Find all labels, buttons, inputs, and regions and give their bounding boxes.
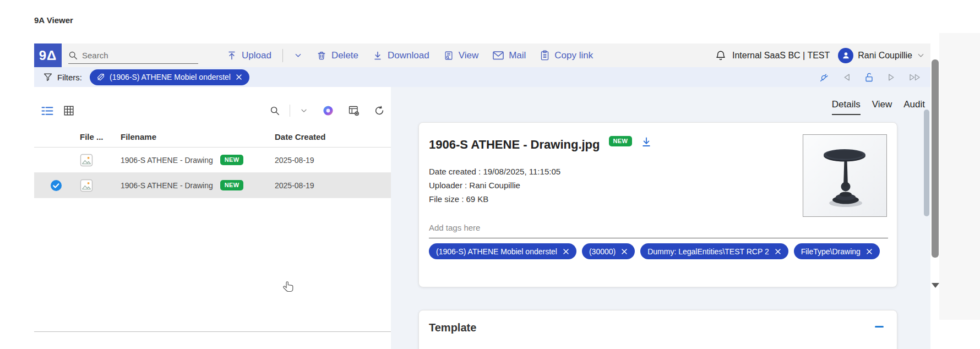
download-icon	[373, 51, 383, 61]
date-created-line: Date created : 19/08/2025, 11:15:05	[429, 165, 560, 178]
tag-pill[interactable]: FileType\Drawing	[794, 243, 880, 259]
uploader-line: Uploader : Rani Coupillie	[429, 178, 560, 192]
environment-label: Internal SaaS BC | TEST	[732, 51, 830, 61]
tag-remove-icon[interactable]	[866, 248, 873, 255]
tag-pill[interactable]: (30000)	[582, 243, 635, 259]
step-back-icon[interactable]	[843, 73, 851, 81]
account-menu[interactable]: Rani Coupillie	[838, 48, 925, 63]
list-panel-toolbar	[34, 103, 391, 118]
toolbar-actions: Upload Delete Download	[227, 49, 593, 62]
download-button[interactable]: Download	[373, 50, 429, 61]
unlock-icon[interactable]	[864, 72, 874, 83]
filter-bar: Filters: (1906-S) ATHENE Mobiel onderste…	[34, 67, 930, 87]
collapse-section-button[interactable]	[875, 326, 884, 328]
tag-icon	[97, 73, 105, 81]
new-badge: NEW	[220, 180, 244, 190]
column-header-file[interactable]: File ...	[80, 132, 121, 141]
file-size-line: File size : 69 KB	[429, 192, 560, 206]
notifications-bell-icon[interactable]	[716, 50, 726, 61]
toolbar-right: Internal SaaS BC | TEST Rani Coupillie	[716, 48, 925, 63]
account-chevron-down-icon	[917, 51, 925, 59]
tag-pill[interactable]: Dummy: LegalEntities\TEST RCP 2	[640, 243, 788, 259]
upload-button[interactable]: Upload	[227, 50, 271, 61]
tag-remove-icon[interactable]	[775, 248, 781, 255]
row-filename: 1906-S ATHENE - Drawing	[121, 156, 213, 165]
filter-chip[interactable]: (1906-S) ATHENE Mobiel onderstel	[90, 69, 249, 85]
tags-area: (1906-S) ATHENE Mobiel onderstel (30000)…	[429, 223, 888, 259]
app-logo[interactable]: 9Δ	[34, 43, 62, 67]
tab-details[interactable]: Details	[832, 99, 861, 115]
table-settings-icon[interactable]	[349, 105, 360, 116]
filter-funnel-icon	[43, 73, 52, 81]
row-selected-check-icon[interactable]	[50, 179, 62, 192]
file-list-panel: File ... Filename Date Created 1906-S AT…	[34, 87, 391, 332]
page-title: 9A Viewer	[34, 15, 73, 25]
right-gutter	[939, 33, 980, 320]
file-title: 1906-S ATHENE - Drawing.jpg	[429, 138, 600, 152]
row-date-created: 2025-08-19	[275, 156, 391, 165]
filters-label: Filters:	[57, 73, 82, 82]
mail-button[interactable]: Mail	[493, 50, 526, 61]
filter-chip-remove[interactable]	[236, 74, 242, 80]
fast-forward-icon[interactable]	[908, 73, 922, 81]
clipboard-icon	[540, 50, 549, 61]
detail-panel: Details View Audit 1906-S ATHENE - Drawi…	[391, 87, 930, 349]
list-toolbar-divider	[290, 105, 290, 117]
detail-tabs: Details View Audit	[832, 99, 925, 115]
row-filename: 1906-S ATHENE - Drawing	[121, 181, 213, 190]
tag-pill[interactable]: (1906-S) ATHENE Mobiel onderstel	[429, 243, 576, 259]
view-button[interactable]: View	[444, 50, 479, 61]
app-window: 9A Viewer 9Δ Upload	[0, 0, 980, 349]
view-document-icon	[444, 51, 454, 61]
column-header-filename[interactable]: Filename	[121, 132, 275, 141]
delete-button[interactable]: Delete	[317, 50, 358, 61]
toolbar-divider	[282, 49, 283, 62]
search-icon	[68, 51, 78, 60]
trash-icon	[317, 51, 326, 61]
new-badge: NEW	[609, 136, 633, 146]
toolbar: 9Δ Upload Delete	[34, 43, 930, 67]
image-file-icon	[80, 154, 93, 167]
upload-dropdown-chevron[interactable]	[294, 51, 302, 59]
search-options-chevron[interactable]	[300, 107, 308, 114]
search-box	[68, 47, 198, 64]
tag-remove-icon[interactable]	[563, 248, 569, 255]
plug-icon[interactable]	[819, 72, 830, 83]
add-tags-input[interactable]	[429, 223, 649, 232]
page-scrollbar-thumb[interactable]	[932, 59, 939, 258]
panel-scrollbar-thumb[interactable]	[924, 110, 929, 216]
filter-bar-controls	[819, 72, 922, 83]
new-badge: NEW	[220, 155, 244, 165]
details-card: 1906-S ATHENE - Drawing.jpg NEW Date cre…	[418, 122, 897, 287]
grid-view-button[interactable]	[64, 106, 74, 116]
mail-icon	[493, 51, 504, 60]
tab-audit[interactable]: Audit	[903, 99, 925, 115]
file-list-header: File ... Filename Date Created	[34, 127, 391, 148]
user-avatar	[838, 48, 853, 63]
filter-chip-label: (1906-S) ATHENE Mobiel onderstel	[110, 73, 231, 81]
mouse-cursor-hand	[282, 281, 295, 294]
user-name: Rani Coupillie	[858, 51, 912, 61]
copy-link-button[interactable]: Copy link	[540, 50, 593, 61]
tag-remove-icon[interactable]	[621, 248, 628, 255]
scrollbar-down-arrow[interactable]	[932, 283, 939, 288]
table-row[interactable]: 1906-S ATHENE - Drawing NEW 2025-08-19	[34, 148, 391, 173]
list-view-button[interactable]	[41, 106, 53, 116]
step-forward-icon[interactable]	[887, 73, 895, 81]
tag-pills: (1906-S) ATHENE Mobiel onderstel (30000)…	[429, 243, 888, 259]
row-date-created: 2025-08-19	[275, 181, 391, 190]
file-preview-thumbnail[interactable]	[803, 134, 887, 217]
table-row-selected[interactable]: 1906-S ATHENE - Drawing NEW 2025-08-19	[34, 173, 391, 198]
list-search-icon[interactable]	[270, 106, 280, 116]
search-input[interactable]	[82, 51, 187, 60]
column-header-date-created[interactable]: Date Created	[275, 132, 391, 141]
upload-icon	[227, 51, 237, 61]
template-section-title: Template	[429, 321, 476, 349]
refresh-icon[interactable]	[374, 106, 384, 116]
copilot-icon[interactable]	[323, 105, 334, 116]
image-file-icon	[80, 179, 93, 192]
download-file-icon[interactable]	[641, 137, 652, 148]
template-card: Template	[418, 310, 897, 349]
tab-view[interactable]: View	[872, 99, 892, 115]
